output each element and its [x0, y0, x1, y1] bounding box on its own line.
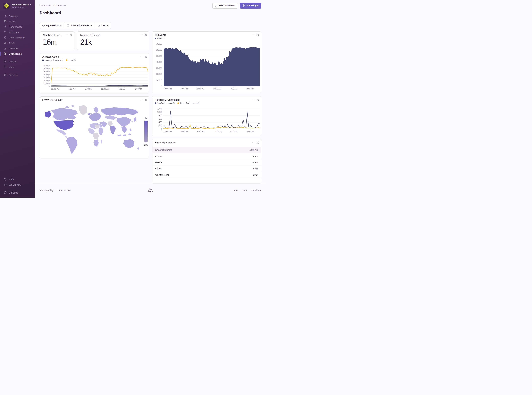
org-switcher[interactable]: Empower Plant Jane Schmidt — [0, 0, 35, 9]
widget-menu-button[interactable] — [252, 99, 254, 101]
region-europe[interactable] — [89, 113, 101, 121]
region-india[interactable] — [110, 126, 116, 135]
chart-legend: count_unique(user) count() — [42, 59, 76, 61]
broadcast-icon — [4, 183, 7, 186]
widget-expand-button[interactable] — [256, 99, 259, 101]
region-indonesia[interactable] — [117, 134, 122, 136]
sidebar-item-alerts[interactable]: Alerts — [0, 40, 35, 46]
region-greenland[interactable] — [79, 105, 87, 115]
widget-expand-button[interactable] — [70, 34, 72, 36]
handled-vs-unhandled-chart[interactable]: 02004006008001,0001,20012:00 PM4:00 PM8:… — [155, 108, 260, 133]
terms-of-use-link[interactable]: Terms of Use — [57, 189, 71, 192]
sidebar-item-releases[interactable]: Releases — [0, 29, 35, 35]
sidebar-item-projects[interactable]: Projects — [0, 13, 35, 19]
sidebar-item-label: Performance — [9, 26, 22, 28]
widget-menu-button[interactable] — [65, 34, 67, 36]
edit-dashboard-button[interactable]: Edit Dashboard — [212, 3, 238, 9]
region-china[interactable] — [116, 117, 131, 126]
x-axis-label: 4:00 PM — [177, 131, 191, 133]
region-russia[interactable] — [101, 107, 138, 116]
add-widget-button[interactable]: Add Widget — [240, 3, 261, 9]
api-link[interactable]: API — [234, 189, 238, 192]
legend-item-count-unique-user[interactable]: count_unique(user) — [42, 59, 64, 61]
sidebar-item-whats-new[interactable]: What's new — [0, 182, 35, 187]
column-browser-name: BROWSER.NAME — [155, 149, 172, 151]
legend-item-handled[interactable]: Handled : count() — [155, 102, 175, 104]
x-axis-label: 4:00 AM — [227, 131, 241, 133]
widget-expand-button[interactable] — [145, 55, 147, 58]
y-axis-label: 20,000 — [42, 79, 49, 82]
legend-item-count[interactable]: count() — [155, 37, 164, 39]
legend-item-count[interactable]: count() — [66, 59, 76, 61]
region-korea[interactable] — [131, 121, 133, 123]
handled-vs-unhandled-svg[interactable] — [155, 108, 260, 133]
contribute-link[interactable]: Contribute — [251, 189, 261, 192]
sidebar-item-stats[interactable]: Stats — [0, 64, 35, 70]
sidebar-item-activity[interactable]: Activity — [0, 59, 35, 64]
environment-filter[interactable]: All Environments — [64, 22, 95, 28]
privacy-policy-link[interactable]: Privacy Policy — [40, 189, 53, 192]
world-map — [42, 104, 147, 156]
project-filter[interactable]: My Projects — [40, 22, 64, 28]
sidebar-item-user-feedback[interactable]: User Feedback — [0, 35, 35, 40]
region-se-asia[interactable] — [121, 126, 127, 133]
region-south-america[interactable] — [66, 137, 78, 154]
region-africa-south[interactable] — [93, 139, 99, 147]
region-madagascar[interactable] — [101, 140, 103, 144]
region-mexico[interactable] — [56, 129, 67, 135]
widget-menu-button[interactable] — [140, 34, 142, 36]
widget-expand-button[interactable] — [256, 142, 259, 144]
widget-expand-button[interactable] — [145, 34, 147, 36]
sidebar-item-performance[interactable]: Performance — [0, 24, 35, 29]
all-events-svg[interactable] — [155, 43, 260, 90]
region-indonesia[interactable] — [128, 133, 131, 136]
region-libya[interactable] — [95, 125, 100, 129]
widget-menu-button[interactable] — [140, 55, 142, 58]
widget-menu-button[interactable] — [252, 142, 254, 144]
region-canada[interactable] — [51, 108, 78, 121]
sidebar-item-discover[interactable]: Discover — [0, 46, 35, 51]
expand-icon — [145, 99, 147, 101]
region-philippines[interactable] — [130, 128, 132, 132]
region-iran[interactable] — [107, 121, 113, 126]
sidebar-item-issues[interactable]: Issues — [0, 19, 35, 24]
date-range-filter[interactable]: 24H — [95, 22, 111, 28]
legend-label: Handled : count() — [157, 102, 175, 104]
sidebar: Empower Plant Jane Schmidt Projects Issu… — [0, 0, 35, 198]
widget-menu-button[interactable] — [140, 99, 142, 101]
widget-expand-button[interactable] — [145, 99, 147, 101]
breadcrumb-dashboards-link[interactable]: Dashboards — [40, 4, 52, 7]
region-japan[interactable] — [134, 117, 137, 122]
region-indonesia[interactable] — [123, 134, 126, 136]
widget-expand-button[interactable] — [256, 34, 259, 36]
sidebar-item-settings[interactable]: Settings — [0, 72, 35, 78]
region-africa-central[interactable] — [93, 132, 99, 140]
widget-all-events: All Events count() 010,00020,00030,00040… — [152, 31, 261, 93]
region-new-zealand[interactable] — [137, 147, 139, 150]
releases-icon — [4, 31, 7, 33]
widget-menu-button[interactable] — [252, 34, 254, 36]
choropleth-map-svg — [42, 104, 147, 156]
affected-users-svg[interactable] — [42, 65, 148, 91]
expand-icon — [145, 55, 147, 58]
region-usa[interactable] — [54, 120, 74, 130]
sentry-logo[interactable] — [147, 187, 153, 192]
region-canada-islands[interactable] — [65, 105, 75, 109]
sidebar-item-dashboards[interactable]: Dashboards — [0, 51, 35, 56]
legend-item-unhandled[interactable]: Unhandled : count() — [178, 102, 200, 104]
sidebar-item-collapse[interactable]: Collapse — [0, 190, 35, 195]
org-avatar — [3, 3, 10, 9]
docs-link[interactable]: Docs — [242, 189, 247, 192]
line-series-count() — [51, 67, 148, 83]
region-australia[interactable] — [123, 139, 135, 148]
sidebar-item-help[interactable]: Help — [0, 177, 35, 182]
y-axis-label: 0 — [155, 85, 162, 88]
affected-users-chart[interactable]: 010,00020,00030,00040,00050,00060,00070,… — [42, 65, 148, 91]
region-africa-east[interactable] — [98, 127, 103, 135]
chevron-down-icon — [60, 25, 62, 26]
all-events-chart[interactable]: 010,00020,00030,00040,00050,00060,00070,… — [155, 43, 260, 90]
region-central-asia[interactable] — [105, 116, 117, 120]
region-scandinavia[interactable] — [93, 107, 99, 113]
region-alaska[interactable] — [45, 111, 51, 117]
project-filter-label: My Projects — [46, 24, 59, 27]
